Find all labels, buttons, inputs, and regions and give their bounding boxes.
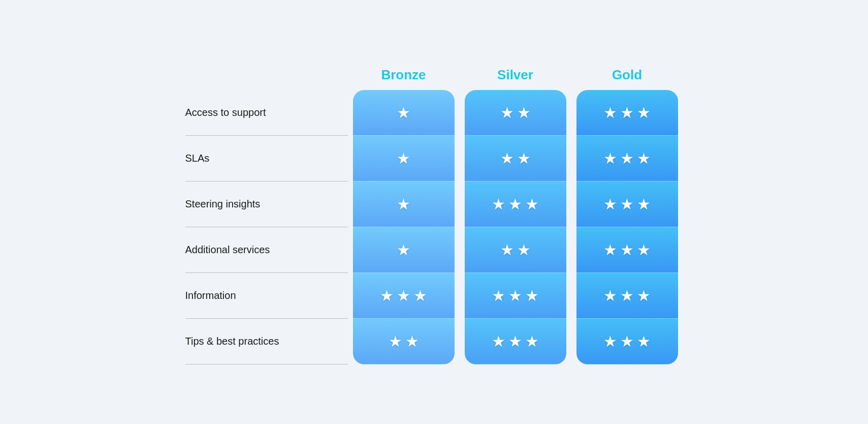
silver-stars-row-2: ★★★ — [465, 181, 566, 227]
star-icon: ★ — [603, 149, 617, 167]
gold-stars-row-2: ★★★ — [576, 181, 678, 227]
star-icon: ★ — [620, 287, 634, 305]
star-icon: ★ — [397, 195, 410, 213]
star-icon: ★ — [517, 241, 531, 259]
star-icon: ★ — [603, 241, 617, 259]
star-icon: ★ — [492, 332, 505, 350]
star-icon: ★ — [637, 149, 651, 167]
star-icon: ★ — [637, 241, 651, 259]
silver-stars-row-1: ★★ — [465, 136, 566, 181]
bronze-stars-row-0: ★ — [353, 90, 455, 136]
silver-stars-row-4: ★★★ — [465, 273, 566, 319]
star-icon: ★ — [517, 149, 531, 167]
star-icon: ★ — [525, 287, 539, 305]
star-icon: ★ — [637, 332, 651, 350]
star-icon: ★ — [603, 332, 617, 350]
header-empty-cell — [185, 59, 348, 90]
star-icon: ★ — [637, 287, 651, 305]
star-icon: ★ — [389, 332, 402, 350]
star-icon: ★ — [620, 149, 634, 167]
star-icon: ★ — [517, 104, 531, 122]
row-label-1: SLAs — [185, 136, 348, 181]
header-gold: Gold — [571, 59, 683, 90]
star-icon: ★ — [500, 149, 514, 167]
star-icon: ★ — [637, 104, 651, 122]
gold-stars-row-0: ★★★ — [576, 90, 678, 136]
bronze-stars-row-4: ★★★ — [353, 273, 455, 319]
star-icon: ★ — [508, 287, 522, 305]
star-icon: ★ — [397, 149, 410, 167]
star-icon: ★ — [492, 287, 505, 305]
star-icon: ★ — [637, 195, 651, 213]
bronze-stars-row-2: ★ — [353, 181, 455, 227]
row-label-2: Steering insights — [185, 181, 348, 227]
star-icon: ★ — [620, 332, 634, 350]
silver-stars-row-0: ★★ — [465, 90, 566, 136]
bronze-stars-row-1: ★ — [353, 136, 455, 181]
star-icon: ★ — [525, 332, 539, 350]
star-icon: ★ — [380, 287, 394, 305]
star-icon: ★ — [508, 195, 522, 213]
comparison-grid: Bronze Silver Gold Access to support★★★★… — [185, 59, 683, 365]
header-bronze: Bronze — [348, 59, 460, 90]
star-icon: ★ — [620, 195, 634, 213]
row-label-3: Additional services — [185, 227, 348, 273]
star-icon: ★ — [492, 195, 505, 213]
star-icon: ★ — [397, 104, 410, 122]
row-label-0: Access to support — [185, 90, 348, 136]
star-icon: ★ — [525, 195, 539, 213]
silver-stars-row-3: ★★ — [465, 227, 566, 273]
gold-stars-row-1: ★★★ — [576, 136, 678, 181]
bronze-stars-row-5: ★★ — [353, 319, 455, 365]
star-icon: ★ — [405, 332, 419, 350]
header-silver: Silver — [460, 59, 571, 90]
silver-stars-row-5: ★★★ — [465, 319, 566, 365]
star-icon: ★ — [508, 332, 522, 350]
star-icon: ★ — [500, 241, 514, 259]
star-icon: ★ — [397, 241, 410, 259]
star-icon: ★ — [603, 195, 617, 213]
gold-stars-row-5: ★★★ — [576, 319, 678, 365]
star-icon: ★ — [620, 104, 634, 122]
row-label-5: Tips & best practices — [185, 319, 348, 365]
gold-stars-row-4: ★★★ — [576, 273, 678, 319]
gold-stars-row-3: ★★★ — [576, 227, 678, 273]
star-icon: ★ — [397, 287, 410, 305]
star-icon: ★ — [603, 104, 617, 122]
star-icon: ★ — [413, 287, 427, 305]
star-icon: ★ — [603, 287, 617, 305]
star-icon: ★ — [500, 104, 514, 122]
comparison-container: Bronze Silver Gold Access to support★★★★… — [155, 39, 714, 385]
star-icon: ★ — [620, 241, 634, 259]
bronze-stars-row-3: ★ — [353, 227, 455, 273]
row-label-4: Information — [185, 273, 348, 319]
